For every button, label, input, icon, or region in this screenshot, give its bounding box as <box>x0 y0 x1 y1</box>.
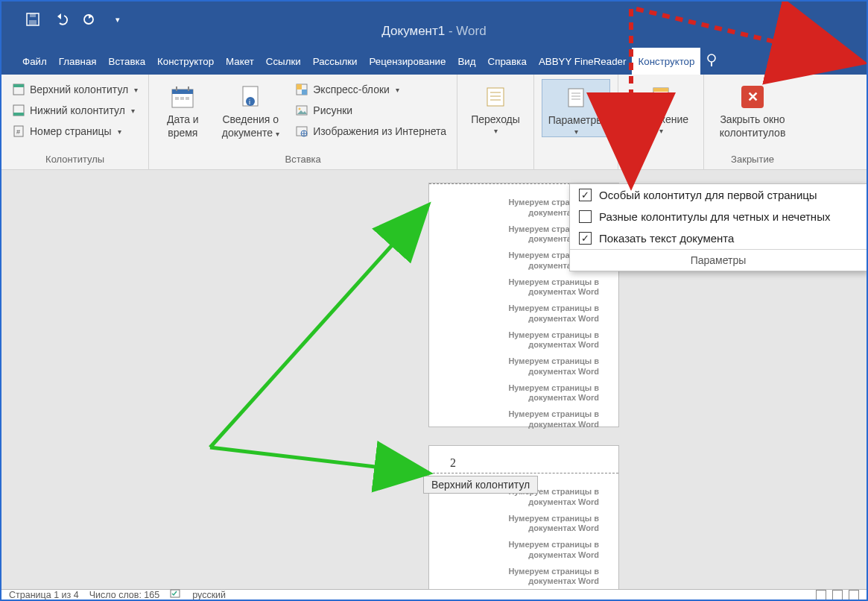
chevron-down-icon: ▾ <box>396 86 399 94</box>
tab-file[interactable]: Файл <box>16 48 53 75</box>
tab-help[interactable]: Справка <box>482 48 533 75</box>
position-button[interactable]: Положение ▾ <box>626 79 696 136</box>
tab-view[interactable]: Вид <box>452 48 481 75</box>
option-show-document-text[interactable]: ✓ Показать текст документа <box>570 227 867 249</box>
tab-insert[interactable]: Вставка <box>103 48 152 75</box>
tab-layout[interactable]: Макет <box>220 48 260 75</box>
chevron-down-icon: ▾ <box>118 128 121 136</box>
checkbox-checked-icon: ✓ <box>579 232 592 245</box>
status-language[interactable]: русский <box>192 590 226 600</box>
ribbon-tabs: Файл Главная Вставка Конструктор Макет С… <box>1 48 867 75</box>
view-print-icon[interactable] <box>832 590 843 600</box>
page-number-button[interactable]: # Номер страницы▾ <box>9 121 141 142</box>
doc-name: Документ1 <box>381 24 445 38</box>
footer-button[interactable]: Нижний колонтитул▾ <box>9 100 141 121</box>
chevron-down-icon: ▾ <box>276 130 279 138</box>
body-text: Нумеруем страницы вдокументах Word <box>449 514 599 535</box>
page-number-value: 2 <box>450 456 456 470</box>
calendar-icon <box>169 84 196 110</box>
svg-point-26 <box>299 108 301 110</box>
options-dropdown: ✓ Особый колонтитул для первой страницы … <box>569 183 867 271</box>
svg-text:i: i <box>249 98 250 106</box>
status-page[interactable]: Страница 1 из 4 <box>9 590 79 600</box>
ribbon-group-insert: Дата и время i Сведения о документе ▾ Эк… <box>149 75 457 169</box>
close-header-footer-button[interactable]: ✕ Закрыть окно колонтитулов <box>712 79 793 139</box>
svg-rect-17 <box>180 97 184 100</box>
body-text: Нумеруем страницы вдокументах Word <box>449 540 599 561</box>
tab-review[interactable]: Рецензирование <box>364 48 452 75</box>
chevron-down-icon: ▾ <box>494 127 498 136</box>
checkbox-checked-icon: ✓ <box>579 189 592 201</box>
tab-references[interactable]: Ссылки <box>260 48 307 75</box>
svg-rect-38 <box>653 88 668 92</box>
footer-icon <box>12 104 25 117</box>
svg-rect-1 <box>30 13 36 17</box>
undo-icon[interactable] <box>54 12 69 27</box>
tab-abbyy[interactable]: ABBYY FineReader <box>533 48 633 75</box>
svg-rect-2 <box>29 20 37 25</box>
svg-rect-33 <box>568 89 583 107</box>
chevron-down-icon: ▾ <box>134 86 138 94</box>
window-title: Документ1 - Word <box>381 24 486 39</box>
page-number-icon: # <box>12 125 25 138</box>
redo-icon[interactable] <box>82 12 97 27</box>
quickparts-button[interactable]: Экспресс-блоки▾ <box>292 79 449 100</box>
online-pictures-button[interactable]: Изображения из Интернета <box>292 121 449 142</box>
tab-mailings[interactable]: Рассылки <box>307 48 364 75</box>
document-page-2[interactable]: 2 Верхний колонтитул Нумеруем страницы в… <box>429 446 618 589</box>
header-button[interactable]: Верхний колонтитул▾ <box>9 79 141 100</box>
group-label: Вставка <box>156 151 449 169</box>
position-icon <box>647 84 674 110</box>
online-picture-icon <box>295 125 308 138</box>
svg-rect-18 <box>186 97 189 100</box>
transitions-button[interactable]: Переходы ▾ <box>465 79 526 136</box>
datetime-button[interactable]: Дата и время <box>156 79 209 139</box>
option-different-odd-even[interactable]: Разные колонтитулы для четных и нечетных <box>570 206 867 227</box>
body-text: Нумеруем страницы вдокументах Word <box>449 356 599 377</box>
svg-rect-5 <box>711 62 712 66</box>
body-text: Нумеруем страницы вдокументах Word <box>449 383 599 404</box>
svg-point-20 <box>246 97 255 106</box>
tab-home[interactable]: Главная <box>53 48 103 75</box>
svg-text:#: # <box>16 128 20 136</box>
svg-rect-29 <box>487 88 504 106</box>
ribbon-group-navigation: Переходы ▾ <box>457 75 534 169</box>
status-words[interactable]: Число слов: 165 <box>89 590 160 600</box>
svg-rect-13 <box>172 89 193 94</box>
option-different-first-page[interactable]: ✓ Особый колонтитул для первой страницы <box>570 184 867 206</box>
pictures-button[interactable]: Рисунки <box>292 100 449 121</box>
document-info-icon: i <box>237 84 264 110</box>
title-bar: ▾ Документ1 - Word <box>1 1 867 48</box>
transitions-icon <box>482 84 509 110</box>
body-text: Нумеруем страницы вдокументах Word <box>449 330 599 351</box>
svg-rect-7 <box>13 84 24 87</box>
svg-rect-23 <box>297 84 302 89</box>
ribbon-group-position: Положение ▾ <box>618 75 704 169</box>
body-text: Нумеруем страницы вдокументах Word <box>449 409 599 430</box>
view-read-icon[interactable] <box>816 590 826 600</box>
body-text: Нумеруем страницы вдокументах Word <box>449 277 599 298</box>
body-text: Нумеруем страницы вдокументах Word <box>449 303 599 324</box>
header-tag: Верхний колонтитул <box>423 476 538 494</box>
options-button[interactable]: Параметры ▾ <box>542 79 610 137</box>
options-icon <box>563 84 589 111</box>
chevron-down-icon: ▾ <box>574 128 578 137</box>
tab-design[interactable]: Конструктор <box>151 48 220 75</box>
checkbox-unchecked-icon <box>579 210 592 223</box>
quick-access-toolbar: ▾ <box>1 1 139 31</box>
docinfo-button[interactable]: i Сведения о документе ▾ <box>215 79 286 139</box>
svg-rect-16 <box>175 97 179 100</box>
svg-rect-24 <box>302 89 307 95</box>
save-icon[interactable] <box>25 12 40 27</box>
body-text: Нумеруем страницы вдокументах Word <box>449 567 599 588</box>
tab-header-footer-design[interactable]: Конструктор <box>632 48 700 75</box>
ribbon-group-close: ✕ Закрыть окно колонтитулов Закрытие <box>704 75 801 169</box>
tell-me-icon[interactable] <box>705 53 720 70</box>
qat-more-icon[interactable]: ▾ <box>110 12 125 27</box>
quickparts-icon <box>295 83 308 96</box>
view-web-icon[interactable] <box>849 590 859 600</box>
options-dropdown-footer: Параметры <box>570 249 867 271</box>
spellcheck-icon[interactable] <box>170 588 182 601</box>
chevron-down-icon: ▾ <box>659 127 663 136</box>
close-icon: ✕ <box>739 84 766 110</box>
